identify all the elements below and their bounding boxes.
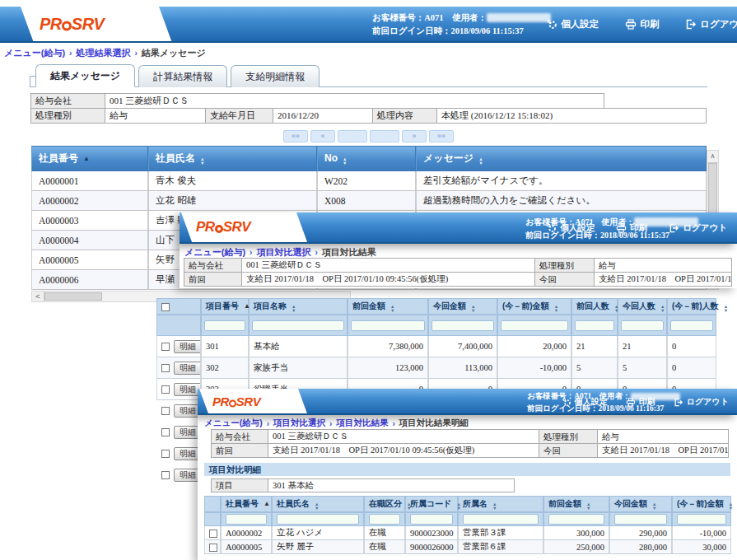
- filter-now-count[interactable]: [621, 320, 664, 331]
- filter-employee-id[interactable]: [226, 514, 267, 525]
- page-prev-button[interactable]: «: [310, 130, 335, 142]
- col-dept-name[interactable]: 所属名▲▼: [458, 496, 543, 512]
- col-employee-id[interactable]: 社員番号▲: [31, 146, 148, 171]
- gear-icon: [547, 223, 557, 233]
- col-no[interactable]: No▲▼: [317, 146, 416, 171]
- personal-settings-button[interactable]: 個人設定: [562, 396, 608, 408]
- row-checkbox[interactable]: [161, 343, 170, 351]
- filter-now-amount[interactable]: [614, 514, 667, 525]
- breadcrumb-menu[interactable]: メニュー(給与): [184, 246, 245, 259]
- print-button[interactable]: 印刷: [616, 222, 647, 234]
- sort-asc-icon: ▲: [264, 500, 270, 507]
- col-prev-amount[interactable]: 前回金額▲▼: [543, 496, 609, 512]
- row-checkbox[interactable]: [209, 530, 217, 538]
- sort-both-icon: ▲▼: [292, 305, 296, 312]
- current-run-label: 今回: [539, 443, 598, 458]
- col-prev-amount[interactable]: 前回金額▲▼: [348, 298, 428, 315]
- col-select-all[interactable]: [204, 496, 221, 512]
- filter-prev-count[interactable]: [575, 320, 614, 331]
- col-dept-code[interactable]: 所属コード▲▼: [405, 496, 458, 512]
- filter-diff-amount[interactable]: [501, 320, 568, 331]
- cell-prev-count: 21: [571, 336, 618, 357]
- scroll-left-button[interactable]: <: [32, 292, 44, 301]
- print-button[interactable]: 印刷: [625, 18, 659, 30]
- col-employee-id[interactable]: 社員番号▲: [221, 496, 272, 512]
- breadcrumb-menu[interactable]: メニュー(給与): [4, 47, 65, 59]
- breadcrumb-current: 結果メッセージ: [142, 47, 206, 59]
- row-checkbox[interactable]: [161, 428, 170, 436]
- filter-employment-status[interactable]: [369, 514, 400, 525]
- page-first-button[interactable]: ««: [283, 130, 308, 142]
- breadcrumb-separator: ›: [392, 419, 394, 428]
- col-diff-count[interactable]: (今－前)人数▲▼: [667, 298, 716, 315]
- scrollbar-thumb[interactable]: [44, 292, 102, 301]
- col-now-amount[interactable]: 今回金額▲▼: [609, 496, 672, 512]
- personal-settings-button[interactable]: 個人設定: [547, 222, 595, 234]
- filter-dept-name[interactable]: [463, 514, 539, 525]
- logout-button[interactable]: ログアウト: [685, 18, 737, 30]
- cell-diff-amount: 20,000: [497, 336, 571, 357]
- col-item-name[interactable]: 項目名称▲▼: [249, 298, 348, 315]
- breadcrumb-compare-select[interactable]: 項目対比選択: [273, 418, 325, 429]
- row-checkbox[interactable]: [161, 385, 170, 394]
- cell-employment-status: 在職: [364, 540, 405, 554]
- row-checkbox[interactable]: [161, 471, 170, 479]
- logo-pr: PR: [196, 219, 215, 235]
- breadcrumb-result-select[interactable]: 処理結果選択: [76, 47, 130, 59]
- previous-run-label: 前回: [211, 443, 268, 458]
- personal-settings-button[interactable]: 個人設定: [547, 18, 599, 30]
- col-diff-amount[interactable]: (今－前)金額▲▼: [497, 298, 571, 315]
- filter-diff-amount[interactable]: [677, 514, 726, 525]
- select-all-checkbox[interactable]: [161, 303, 170, 311]
- row-actions: 明細: [156, 379, 201, 400]
- col-employee-name[interactable]: 社員氏名▲▼: [272, 496, 364, 512]
- page-last-button[interactable]: »»: [429, 130, 454, 142]
- row-checkbox[interactable]: [161, 364, 170, 372]
- row-checkbox[interactable]: [161, 407, 170, 415]
- filter-prev-amount[interactable]: [351, 320, 425, 331]
- logout-button[interactable]: ログアウト: [669, 222, 727, 234]
- row-checkbox[interactable]: [161, 450, 170, 458]
- tab-calc-result[interactable]: 計算結果情報: [138, 65, 227, 87]
- process-type-value: 給与: [597, 429, 729, 444]
- scroll-up-button[interactable]: ∧: [707, 151, 718, 163]
- sort-both-icon: ▲▼: [554, 305, 558, 312]
- page-current[interactable]: [338, 130, 367, 142]
- breadcrumb-compare-select[interactable]: 項目対比選択: [256, 246, 310, 259]
- breadcrumb-menu[interactable]: メニュー(給与): [204, 418, 263, 429]
- row-checkbox[interactable]: [209, 544, 217, 552]
- last-login-label: 前回ログイン日時：: [372, 26, 450, 35]
- filter-now-amount[interactable]: [431, 320, 494, 331]
- col-now-amount[interactable]: 今回金額▲▼: [428, 298, 497, 315]
- filter-prev-amount[interactable]: [548, 514, 604, 525]
- print-button[interactable]: 印刷: [626, 396, 655, 408]
- breadcrumb-separator: ›: [329, 419, 332, 428]
- col-prev-count[interactable]: 前回人数▲▼: [571, 298, 618, 315]
- col-select-all[interactable]: [156, 298, 201, 315]
- prosrv-logo: PRSRV: [212, 394, 260, 408]
- tab-result-message[interactable]: 結果メッセージ: [35, 64, 135, 87]
- page-next-button[interactable]: »: [402, 130, 427, 142]
- col-now-count[interactable]: 今回人数▲▼: [618, 298, 667, 315]
- filter-dept-code[interactable]: [410, 514, 453, 525]
- filter-item-number[interactable]: [204, 320, 245, 331]
- breadcrumb-compare-result[interactable]: 項目対比結果: [336, 418, 388, 429]
- personal-settings-label: 個人設定: [560, 222, 595, 234]
- logout-button[interactable]: ログアウト: [674, 396, 729, 408]
- tab-payment-detail[interactable]: 支給明細情報: [231, 65, 320, 87]
- col-diff-amount[interactable]: (今－前)金額▲▼: [672, 496, 731, 512]
- previous-run-label: 前回: [184, 272, 242, 287]
- breadcrumb: メニュー(給与)› 処理結果選択› 結果メッセージ: [0, 43, 737, 63]
- filter-employee-name[interactable]: [277, 514, 359, 525]
- filter-item-name[interactable]: [252, 320, 344, 331]
- cell-item-number: 301: [201, 336, 249, 357]
- filter-diff-count[interactable]: [670, 320, 713, 331]
- col-item-number[interactable]: 項目番号▲: [201, 298, 249, 315]
- col-message[interactable]: メッセージ▲▼: [416, 146, 707, 171]
- detail-button[interactable]: 明細: [174, 362, 201, 375]
- detail-button[interactable]: 明細: [174, 340, 201, 353]
- cell-diff-count: 0: [667, 357, 716, 379]
- col-employment-status[interactable]: 在職区分▲▼: [364, 496, 405, 512]
- window-content: メニュー(給与)› 項目対比選択› 項目対比結果› 項目対比結果明細 給与会社 …: [198, 415, 737, 560]
- col-employee-name[interactable]: 社員氏名▲▼: [148, 146, 317, 171]
